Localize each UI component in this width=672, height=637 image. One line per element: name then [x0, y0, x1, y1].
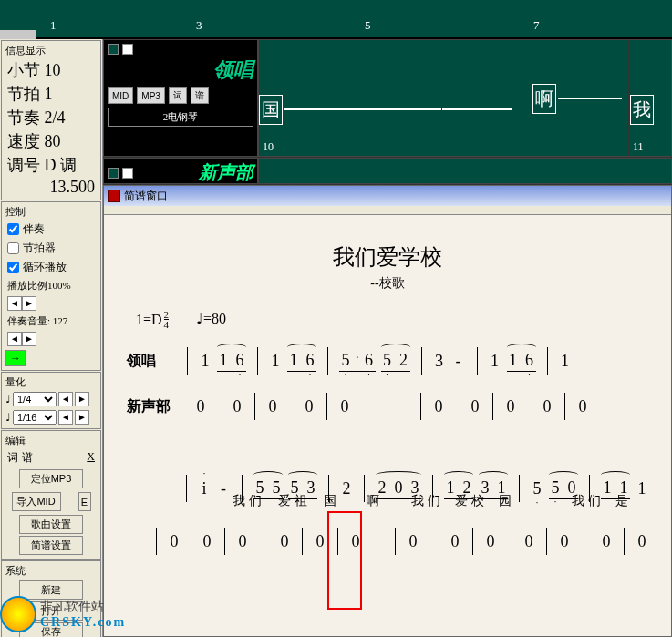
track-word-button[interactable]: 词	[169, 87, 187, 104]
play-button[interactable]: →	[5, 350, 26, 366]
staff-notes: 00 00 0 00 00 0	[181, 393, 648, 420]
locate-mp3-button[interactable]: 定位MP3	[19, 469, 83, 488]
info-panel: 信息显示 小节 10 节拍 1 节奏 2/4 速度 80 调号 D 调 13.5…	[1, 40, 101, 200]
loop-checkbox[interactable]	[7, 262, 19, 273]
track-mp3-button[interactable]: MP3	[137, 87, 165, 104]
accompaniment-checkbox[interactable]	[7, 223, 19, 235]
ruler-tick: 5	[365, 18, 371, 33]
part-label: 领唱	[127, 352, 181, 371]
key-label: 调号	[7, 156, 40, 174]
selection-box[interactable]	[327, 511, 362, 610]
vol-label: 伴奏音量:	[7, 315, 50, 326]
vol-down-icon[interactable]: ◄	[7, 332, 22, 346]
edit-close[interactable]: X	[87, 450, 95, 466]
q2-up-icon[interactable]: ►	[75, 410, 89, 425]
score-window-title: 简谱窗口	[124, 189, 168, 204]
note-line	[558, 98, 622, 99]
part-label: 新声部	[127, 397, 181, 416]
tempo-label: 速度	[7, 132, 40, 150]
accompaniment-label: 伴奏	[23, 221, 45, 237]
rhythm-val: 2/4	[45, 108, 66, 127]
score-subtitle: --校歌	[127, 275, 648, 292]
track-mute-icon[interactable]	[122, 44, 133, 55]
track-instrument[interactable]: 2电钢琴	[108, 108, 253, 127]
watermark-text: 非凡软件站 CRSKY.com	[40, 599, 126, 630]
ruler-tick: 3	[196, 18, 202, 33]
ratio-down-icon[interactable]: ◄	[7, 296, 22, 311]
quantize-panel: 量化 ♩1/4◄► ♩1/16◄►	[1, 372, 101, 429]
track-2-body[interactable]	[258, 158, 672, 184]
measure-label: 小节	[7, 61, 40, 79]
track-color-icon[interactable]	[108, 44, 119, 55]
watermark: 非凡软件站 CRSKY.com	[0, 591, 137, 637]
metronome-label: 节拍器	[23, 241, 56, 256]
ratio-up-icon[interactable]: ►	[22, 296, 36, 311]
track-2-title: 新声部	[199, 160, 253, 185]
ruler-tick: 1	[50, 18, 57, 33]
track-2: 新声部	[103, 158, 672, 185]
import-mid-button[interactable]: 导入MID	[12, 492, 61, 511]
quantize-title: 量化	[4, 375, 98, 390]
track-1-title: 领唱	[108, 57, 253, 84]
measure-number: 10	[263, 140, 274, 154]
track-1-head[interactable]: 领唱 MID MP3 词 谱 2电钢琴	[103, 39, 258, 157]
track-2-head[interactable]: 新声部	[103, 158, 258, 184]
edit-word[interactable]: 词	[7, 450, 18, 466]
quantize-select-1[interactable]: 1/4	[13, 392, 57, 406]
q1-up-icon[interactable]: ►	[75, 392, 89, 406]
ruler: 1 3 5 7	[0, 0, 672, 39]
track-score-button[interactable]: 谱	[191, 87, 209, 104]
play-ratio: 播放比例100%	[4, 277, 98, 294]
beat-val: 1	[45, 85, 53, 103]
note-block[interactable]: 我	[630, 95, 654, 125]
tracks-area: 领唱 MID MP3 词 谱 2电钢琴 国 啊 我 10 11 新声部	[103, 39, 672, 185]
import-e-button[interactable]: E	[78, 492, 91, 511]
quantize-select-2[interactable]: 1/16	[13, 410, 57, 425]
measure-divider	[628, 40, 629, 156]
measure-divider	[441, 40, 442, 156]
time-val: 13.500	[4, 177, 98, 198]
note-icon: ♩	[5, 393, 11, 406]
track-1: 领唱 MID MP3 词 谱 2电钢琴 国 啊 我 10 11	[103, 39, 672, 158]
track-1-body[interactable]: 国 啊 我 10 11	[258, 39, 672, 157]
lyric-row: 我 们 爱 祖 国 啊 我 们 爱 校 园 我 们 是	[127, 493, 648, 509]
staff-row-4: 00 00 0 0 00 00 00 0	[127, 528, 648, 555]
track-mid-button[interactable]: MID	[108, 87, 133, 104]
q1-down-icon[interactable]: ◄	[58, 392, 73, 406]
staff-notes: 00 00 0 0 00 00 00 0	[150, 528, 648, 555]
q2-down-icon[interactable]: ◄	[58, 410, 73, 425]
vol-up-icon[interactable]: ►	[22, 332, 36, 346]
score-meta: 1=D24 ♩=80	[127, 310, 648, 329]
note-line	[284, 108, 512, 110]
ruler-tick: 7	[533, 18, 540, 33]
system-title: 系统	[4, 563, 98, 579]
staff-notes: 1 16 1 16 5·6 52 3- 1 16 1	[181, 347, 648, 375]
song-settings-button[interactable]: 歌曲设置	[19, 515, 83, 534]
loop-label: 循环播放	[23, 260, 67, 275]
score-window: 简谱窗口 我们爱学校 --校歌 1=D24 ♩=80 领唱 1 16 1 16 …	[103, 185, 672, 637]
track-mute-icon[interactable]	[122, 168, 133, 179]
metronome-checkbox[interactable]	[7, 242, 19, 254]
ruler-indicator	[0, 30, 36, 39]
note-icon: ♩	[5, 411, 11, 425]
score-titlebar[interactable]: 简谱窗口	[104, 186, 671, 206]
measure-number: 11	[633, 140, 644, 154]
note-block[interactable]: 国	[259, 95, 283, 125]
control-panel: 控制 伴奏 节拍器 循环播放 播放比例100% ◄► 伴奏音量: 127 ◄► …	[1, 201, 101, 371]
rhythm-label: 节奏	[7, 108, 40, 127]
key-val: D 调	[45, 156, 78, 174]
note-block[interactable]: 啊	[532, 84, 556, 114]
watermark-icon	[0, 596, 36, 632]
info-title: 信息显示	[4, 43, 98, 58]
score-body[interactable]: 我们爱学校 --校歌 1=D24 ♩=80 领唱 1 16 1 16 5·6 5…	[104, 215, 671, 636]
track-color-icon[interactable]	[108, 168, 119, 179]
edit-title: 编辑	[4, 433, 98, 448]
score-separator	[104, 206, 671, 215]
left-panel: 信息显示 小节 10 节拍 1 节奏 2/4 速度 80 调号 D 调 13.5…	[0, 39, 103, 637]
control-title: 控制	[4, 204, 98, 220]
key-signature: 1=D24	[136, 310, 169, 329]
score-window-icon	[108, 190, 120, 202]
measure-val: 10	[45, 61, 61, 79]
score-settings-button[interactable]: 简谱设置	[19, 536, 83, 555]
edit-score[interactable]: 谱	[22, 450, 33, 466]
